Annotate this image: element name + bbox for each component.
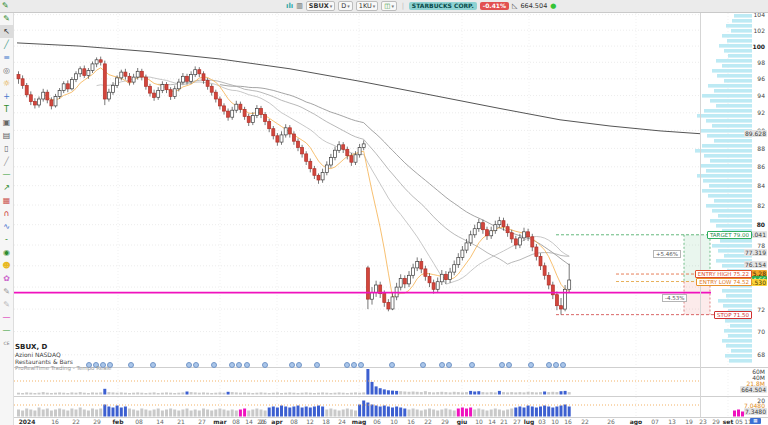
green-line-tool-icon[interactable]: — — [0, 324, 13, 337]
event-marker-icon[interactable] — [528, 362, 534, 368]
cursor-tool-icon[interactable]: ↖ — [0, 25, 13, 38]
symbol-info-block: SBUX, D Azioni NASDAQ Restaurants & Bars… — [15, 343, 111, 372]
units-label: 1KU — [359, 2, 372, 10]
top-toolbar: ✎ ılı ▥ SBUX ▾ D ▾ 1KU ▾ ◫ ▾ ❘ STARBUCKS… — [0, 0, 768, 13]
event-marker-icon[interactable] — [358, 362, 364, 368]
brightness-tool-icon[interactable]: ☼ — [0, 77, 13, 90]
event-marker-icon[interactable] — [546, 362, 552, 368]
volume-axis-label: 664.504 — [740, 386, 767, 393]
dash-tool-icon[interactable]: - — [0, 233, 13, 246]
symbol-title: SBUX, D — [15, 343, 111, 351]
interval-dropdown[interactable]: D ▾ — [338, 1, 353, 11]
move-tool-icon[interactable]: + — [0, 90, 13, 103]
segment-tool-icon[interactable]: — — [0, 168, 13, 181]
event-marker-icon[interactable] — [314, 362, 320, 368]
price-tick: 102 — [754, 27, 765, 34]
line-tool-icon[interactable]: ╱ — [0, 155, 13, 168]
trendline-tool-icon[interactable]: ╱ — [0, 38, 13, 51]
date-tick: 08 — [290, 418, 298, 425]
date-tick: 08 — [135, 418, 143, 425]
date-tick: 10 — [475, 418, 483, 425]
pencil3-tool-icon[interactable]: ✎ — [0, 298, 13, 311]
platform-label: ProRealTime Trading - Tempo Reale — [15, 365, 111, 372]
date-tick: 26 — [259, 418, 267, 425]
wave-tool-icon[interactable]: ∿ — [0, 220, 13, 233]
magenta-line-tool-icon[interactable]: — — [0, 311, 13, 324]
symbol-market: Azioni NASDAQ — [15, 351, 111, 358]
copy-tool-icon[interactable]: ▣ — [0, 116, 13, 129]
instrument-badge[interactable]: STARBUCKS CORP. — [409, 2, 477, 10]
horn-tool-icon[interactable]: ∩ — [0, 207, 13, 220]
layout-icon[interactable]: ▥ — [296, 1, 303, 11]
event-marker-icon[interactable] — [193, 362, 199, 368]
event-marker-icon[interactable] — [211, 362, 217, 368]
event-marker-icon[interactable] — [506, 362, 512, 368]
event-marker-icon[interactable] — [289, 362, 295, 368]
risk-percent-label: -4.53% — [662, 294, 687, 302]
event-marker-icon[interactable] — [186, 362, 192, 368]
units-dropdown[interactable]: 1KU ▾ — [356, 1, 379, 11]
event-marker-icon[interactable] — [244, 362, 250, 368]
symbol-label: SBUX — [309, 2, 329, 10]
event-marker-icon[interactable] — [128, 362, 134, 368]
price-chip: 76.154 — [744, 261, 767, 268]
text-tool-icon[interactable]: T — [0, 103, 13, 116]
lines-tool-icon[interactable]: ≡ — [0, 51, 13, 64]
pencil-tool-icon[interactable]: ✎ — [0, 12, 13, 25]
trash-tool-icon[interactable]: ▯ — [0, 142, 13, 155]
event-marker-icon[interactable] — [389, 362, 395, 368]
ce-tool-icon[interactable]: CE — [0, 337, 13, 350]
event-marker-icon[interactable] — [262, 362, 268, 368]
chart-canvas[interactable] — [0, 0, 768, 425]
target-level-badge[interactable]: TARGET 79.00 — [707, 231, 752, 239]
arrow-tool-icon[interactable]: ↗ — [0, 181, 13, 194]
price-tick: 100 — [752, 43, 765, 50]
event-marker-icon[interactable] — [553, 362, 559, 368]
zoom-tool-icon[interactable]: ◎ — [0, 64, 13, 77]
event-marker-icon[interactable] — [296, 362, 302, 368]
event-marker-icon[interactable] — [344, 362, 350, 368]
price-tick: 82 — [757, 202, 765, 209]
event-marker-icon[interactable] — [560, 362, 566, 368]
event-marker-icon[interactable] — [351, 362, 357, 368]
axis-settings-button[interactable]: ▦ — [750, 418, 761, 424]
entry-low-level-badge[interactable]: ENTRY LOW 74.52 — [696, 278, 752, 286]
price-tick: 98 — [757, 59, 765, 66]
date-tick: 18 — [322, 418, 330, 425]
event-marker-icon[interactable] — [229, 362, 235, 368]
draw-pencil-icon[interactable]: ✎ — [2, 0, 9, 12]
event-marker-icon[interactable] — [499, 362, 505, 368]
event-marker-icon[interactable] — [469, 362, 475, 368]
stop-level-badge[interactable]: STOP 71.50 — [714, 311, 752, 319]
event-marker-icon[interactable] — [446, 362, 452, 368]
entry-high-level-badge[interactable]: ENTRY HIGH 75.22 — [695, 270, 752, 278]
price-tick: 96 — [757, 75, 765, 82]
date-tick: 10 — [551, 418, 559, 425]
trading-platform-window: ✎ ılı ▥ SBUX ▾ D ▾ 1KU ▾ ◫ ▾ ❘ STARBUCKS… — [0, 0, 768, 425]
date-tick: 07 — [651, 418, 659, 425]
candlestick-icon: ◫ — [384, 2, 390, 10]
event-marker-icon[interactable] — [236, 362, 242, 368]
target-tool-icon[interactable]: ◉ — [0, 246, 13, 259]
palette-tool-icon[interactable]: ✿ — [0, 272, 13, 285]
symbol-dropdown[interactable]: SBUX ▾ — [306, 1, 335, 11]
chart-style-icon[interactable]: ▦ — [0, 194, 13, 207]
chart-type-dropdown[interactable]: ◫ ▾ — [381, 1, 397, 11]
pencil2-tool-icon[interactable]: ✎ — [0, 285, 13, 298]
date-tick: 22 — [424, 418, 432, 425]
date-tick: feb — [113, 418, 124, 425]
date-tick: 2024 — [19, 418, 36, 425]
event-marker-icon[interactable] — [150, 362, 156, 368]
event-marker-icon[interactable] — [439, 362, 445, 368]
pattern-tool-icon[interactable]: ▤ — [0, 129, 13, 142]
date-tick: 19 — [685, 418, 693, 425]
drawing-toolbar: ✎↖╱≡◎☼+T▣▤▯╱—↗▦∩∿-◉☻✿✎✎——CE — [0, 12, 14, 425]
emoji-tool-icon[interactable]: ☻ — [0, 259, 13, 272]
reward-percent-label: +5.46% — [653, 250, 681, 258]
event-marker-icon[interactable] — [420, 362, 426, 368]
volume-icon: ◺ — [512, 1, 517, 11]
price-tick: 72 — [757, 306, 765, 313]
signal-bars-icon[interactable]: ılı — [286, 1, 293, 11]
price-tick: 68 — [757, 351, 765, 358]
date-tick: 08 — [232, 418, 240, 425]
